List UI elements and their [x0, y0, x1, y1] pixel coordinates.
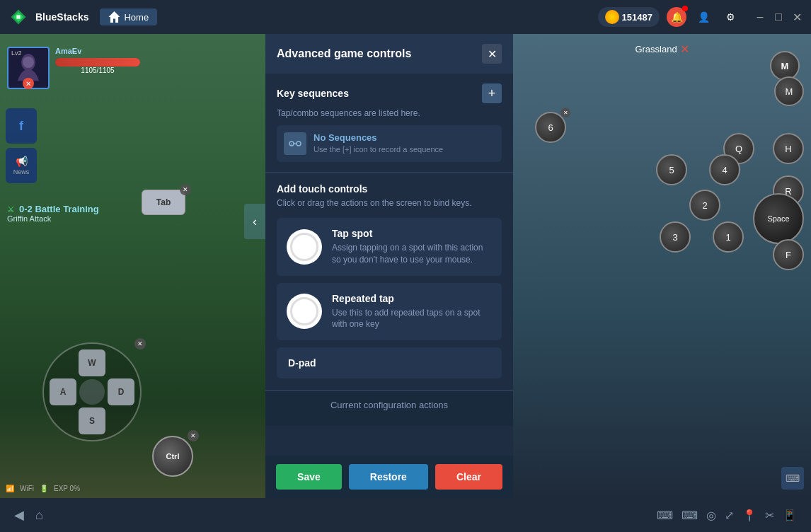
notification-icon[interactable]: 🔔 — [667, 7, 686, 27]
battle-info: ⚔ 0-2 Battle Training Griffin Attack — [7, 204, 99, 223]
bluestacks-logo — [7, 6, 30, 28]
dpad-right-button[interactable]: D — [108, 378, 134, 405]
num5-key[interactable]: 5 — [656, 154, 687, 185]
dpad-outer: W A D S ✕ — [42, 342, 142, 441]
close-button[interactable]: ✕ — [790, 10, 804, 24]
config-title: Current configuration actions — [277, 400, 502, 410]
h-key[interactable]: H — [773, 133, 804, 164]
m-key[interactable]: M — [774, 76, 804, 106]
no-sequences-card: ! No Sequences Use the [+] icon to recor… — [277, 125, 502, 162]
dpad-card[interactable]: D-pad — [277, 347, 502, 378]
keyboard-tool-icon[interactable]: ⌨ — [657, 509, 673, 522]
arrow-left-indicator[interactable]: ‹ — [244, 204, 265, 239]
notif-dot — [682, 6, 688, 11]
status-bar: 📶 WiFi 🔋 EXP 0% — [6, 485, 80, 492]
coin-icon — [605, 10, 619, 24]
char-close-btn[interactable]: ✕ — [23, 78, 34, 89]
repeated-tap-card[interactable]: Repeated tap Use this to add repeated ta… — [277, 283, 502, 341]
svg-point-7 — [297, 141, 301, 146]
restore-button[interactable]: Restore — [349, 464, 428, 490]
char-level: Lv2 — [11, 50, 22, 57]
home-tab[interactable]: Home — [100, 8, 157, 25]
mobile-tool-icon[interactable]: 📱 — [783, 509, 797, 522]
bottom-right-tools: ⌨ ⌨ ◎ ⤢ 📍 ✂ 📱 — [657, 509, 797, 522]
game-right-panel: Grassland ✕ M M 6 ✕ Q — [513, 34, 811, 498]
f-key[interactable]: F — [773, 239, 804, 270]
profile-icon[interactable]: 👤 — [694, 7, 713, 27]
maximize-button[interactable]: □ — [771, 10, 786, 24]
ctrl-key-container: Ctrl ✕ — [152, 436, 193, 477]
home-label: Home — [124, 12, 149, 23]
no-sequences-content: No Sequences Use the [+] icon to record … — [314, 132, 443, 155]
tab-key-relative: Tab ✕ — [142, 190, 185, 215]
bottom-bar: ◀ ⌂ ⌨ ⌨ ◎ ⤢ 📍 ✂ 📱 — [0, 498, 811, 532]
top-taskbar: BlueStacks Home 151487 🔔 👤 ⚙ – □ ✕ — [0, 0, 811, 34]
num2-key[interactable]: 2 — [689, 190, 720, 221]
modal-footer: Save Restore Clear — [265, 456, 513, 498]
repeated-tap-circle — [290, 297, 318, 325]
circle-tool-icon[interactable]: ◎ — [706, 509, 716, 522]
key-sequences-title: Key sequences — [277, 88, 349, 99]
no-seq-title: No Sequences — [314, 132, 443, 143]
dpad-close[interactable]: ✕ — [134, 338, 146, 349]
repeated-tap-title: Repeated tap — [332, 293, 492, 304]
tab-key-button[interactable]: Tab — [142, 190, 185, 215]
app-title: BlueStacks — [35, 11, 88, 23]
touch-controls-title: Add touch controls — [277, 183, 502, 195]
repeated-tap-icon — [287, 294, 322, 329]
num6-key[interactable]: 6 ✕ — [535, 112, 566, 143]
coin-amount: 151487 — [622, 12, 652, 23]
modal-close-button[interactable]: ✕ — [482, 44, 502, 64]
no-seq-desc: Use the [+] icon to record a sequence — [314, 144, 443, 155]
sequence-icon: ! — [284, 132, 306, 155]
news-icon-btn[interactable]: 📢 News — [6, 148, 37, 183]
touch-controls-desc: Click or drag the actions on the screen … — [277, 197, 502, 209]
tab-key-close[interactable]: ✕ — [180, 184, 191, 195]
dpad-left-button[interactable]: A — [50, 378, 76, 405]
settings-icon[interactable]: ⚙ — [720, 7, 740, 27]
tap-spot-card[interactable]: Tap spot Assign tapping on a spot with t… — [277, 218, 502, 276]
location-label: Grassland ✕ — [635, 42, 689, 56]
location-close-icon[interactable]: ✕ — [680, 42, 689, 56]
ctrl-key-button[interactable]: Ctrl — [152, 436, 193, 477]
character-avatar: Lv2 ✕ — [7, 47, 50, 89]
modal-title: Advanced game controls — [277, 47, 411, 60]
touch-controls-section: Add touch controls Click or drag the act… — [265, 173, 513, 390]
location-tool-icon[interactable]: 📍 — [742, 509, 757, 522]
clear-button[interactable]: Clear — [435, 464, 502, 490]
save-button[interactable]: Save — [276, 464, 342, 490]
coin-area: 151487 — [598, 7, 660, 27]
num4-key[interactable]: 4 — [709, 154, 740, 185]
facebook-icon[interactable]: f — [6, 108, 37, 144]
keyboard-icon[interactable]: ⌨ — [781, 467, 804, 490]
modal-header: Advanced game controls ✕ — [265, 34, 513, 74]
dpad-down-button[interactable]: S — [79, 407, 105, 434]
tap-spot-content: Tap spot Assign tapping on a spot with t… — [332, 228, 492, 266]
scissors-tool-icon[interactable]: ✂ — [765, 509, 774, 522]
news-label: News — [13, 168, 30, 175]
keyboard2-tool-icon[interactable]: ⌨ — [681, 509, 698, 522]
hp-bar-container — [55, 58, 140, 66]
dpad-control: W A D S ✕ — [42, 342, 142, 441]
svg-text:!: ! — [291, 141, 292, 146]
right-key-group: M 6 ✕ Q H 5 4 — [648, 76, 811, 289]
space-key[interactable]: Space — [753, 193, 804, 244]
ctrl-key-close[interactable]: ✕ — [188, 430, 199, 441]
minimize-button[interactable]: – — [753, 10, 767, 24]
home-icon — [108, 11, 120, 23]
num1-key[interactable]: 1 — [713, 221, 744, 253]
expand-tool-icon[interactable]: ⤢ — [725, 509, 734, 522]
add-sequence-button[interactable]: + — [482, 83, 502, 103]
num6-close[interactable]: ✕ — [560, 108, 570, 117]
home-nav-icon[interactable]: ⌂ — [35, 508, 43, 523]
dpad-up-button[interactable]: W — [79, 349, 105, 376]
dpad-content: D-pad — [288, 357, 316, 369]
wifi-icon: WiFi — [20, 485, 34, 492]
modal-body[interactable]: Key sequences + Tap/combo sequences are … — [265, 74, 513, 456]
taskbar-right: 151487 🔔 👤 ⚙ – □ ✕ — [598, 7, 804, 27]
m-key-container: M — [776, 42, 805, 72]
num3-key[interactable]: 3 — [660, 221, 691, 253]
svg-rect-2 — [16, 15, 20, 18]
back-nav-icon[interactable]: ◀ — [14, 507, 24, 523]
repeated-tap-desc: Use this to add repeated taps on a spot … — [332, 307, 492, 331]
